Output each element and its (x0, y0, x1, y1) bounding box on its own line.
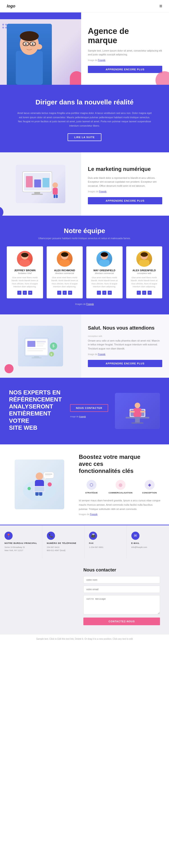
svg-rect-39 (37, 345, 43, 346)
svg-rect-20 (54, 195, 55, 198)
contact-submit-button[interactable]: CONTACTEZ-NOUS (83, 618, 160, 625)
dot (2, 27, 4, 29)
team-avatar-3 (96, 251, 112, 267)
facebook-icon[interactable]: f (17, 291, 22, 295)
linkedin-icon[interactable]: in (147, 291, 152, 295)
feature-label-2: COMMERCIALISATION (109, 492, 132, 494)
feature-item-2: ◎ COMMERCIALISATION (108, 480, 133, 494)
salut-illustration: $ $ (18, 326, 63, 366)
linkedin-icon[interactable]: in (28, 291, 32, 295)
linkedin-icon[interactable]: in (108, 291, 112, 295)
nous-contacter-section: Nous contacter CONTACTEZ-NOUS (0, 558, 169, 634)
contact-block-address: 📍 NOTRE BUREAU PRINCIPAL Some 19 Broadwa… (0, 525, 42, 559)
hero-body-text: Sample text. Lorem ipsum dolor sit amet,… (88, 49, 162, 57)
salut-dot-decoration (4, 364, 13, 373)
nav-menu-icon[interactable]: ≡ (159, 3, 162, 9)
contact-text-email: info@freepik.com (131, 546, 147, 549)
team-socials-1: f y in (17, 291, 32, 295)
twitter-icon[interactable]: y (142, 291, 146, 295)
contact-form-box: Nous contacter CONTACTEZ-NOUS (83, 567, 160, 625)
team-socials-3: f y in (97, 291, 112, 295)
hero-section: Agence de marque Sample text. Lorem ipsu… (0, 12, 169, 85)
svg-rect-43 (32, 358, 41, 358)
dot (2, 24, 4, 26)
facebook-icon[interactable]: f (137, 291, 141, 295)
contact-title-phone: NUMÉRO DE TÉLÉPHONE (47, 542, 77, 544)
svg-point-30 (101, 252, 108, 257)
svg-rect-14 (34, 180, 41, 187)
svg-rect-40 (27, 348, 46, 349)
twitter-icon[interactable]: y (62, 291, 67, 295)
svg-rect-70 (45, 474, 52, 475)
linkedin-icon[interactable]: in (68, 291, 72, 295)
email-icon: ✉ (131, 532, 139, 540)
svg-rect-36 (27, 341, 35, 347)
team-role-1: fondateur /chef (18, 272, 32, 274)
salut-image-left: $ $ (0, 314, 81, 378)
diriger-cta-button[interactable]: LIRE LA SUITE (68, 133, 101, 141)
team-grid: JEFFREY BROWN fondateur /chef Glue amet … (7, 246, 162, 298)
marketing-image-left (0, 152, 81, 216)
svg-rect-32 (139, 260, 150, 267)
feature-item-3: ◆ CONCEPTION (137, 480, 162, 494)
twitter-icon[interactable]: y (102, 291, 107, 295)
svg-rect-38 (37, 343, 45, 344)
svg-rect-63 (35, 487, 44, 491)
hero-title: Agence de marque (88, 26, 162, 45)
hero-pink-decoration (70, 71, 81, 85)
marketing-cta-button[interactable]: APPRENDRE ENCORE PLUS (88, 197, 162, 204)
commercial-icon: ◎ (116, 480, 126, 490)
feature-item-1: ⬡ STRATÉGIE (79, 480, 104, 494)
marketing-illustration (16, 165, 65, 203)
team-desc-4: Glue amet nioel libero morbi blandit. Mo… (129, 276, 160, 288)
hero-image-left (0, 12, 81, 85)
boost-image-left (7, 454, 72, 516)
team-socials-4: f y in (137, 291, 152, 295)
svg-rect-52 (134, 408, 141, 417)
twitter-icon[interactable]: y (23, 291, 27, 295)
cta-contact-button[interactable]: NOUS CONTACTER (70, 404, 108, 412)
team-image-label: Images de Freepik (7, 303, 162, 305)
boost-image-label: Images de Freepik (79, 513, 162, 516)
team-desc-2: Glue amet nioel libero morbi blandit. Mo… (49, 276, 80, 288)
svg-text:$: $ (52, 344, 54, 348)
address-icon: 📍 (4, 532, 13, 540)
salut-section: $ $ Salut. Nous vous attendions concepte… (0, 314, 169, 378)
svg-point-2 (20, 31, 39, 41)
contact-text-fax: 1-234-567-8901 (89, 546, 103, 549)
svg-marker-69 (43, 478, 47, 480)
svg-point-5 (25, 43, 27, 45)
team-name-1: JEFFREY BROWN (14, 269, 36, 272)
hero-circle-decoration (156, 71, 169, 85)
facebook-icon[interactable]: f (57, 291, 61, 295)
strategy-icon: ⬡ (87, 480, 96, 490)
salut-title: Salut. Nous vous attendions (88, 325, 162, 331)
svg-point-51 (135, 403, 140, 408)
salut-cta-button[interactable]: APPRENDRE ENCORE PLUS (88, 360, 162, 367)
team-avatar-1 (17, 251, 33, 267)
svg-rect-54 (140, 411, 145, 412)
cta-illustration (115, 393, 160, 429)
footer: Sample text. Click to Edit this text lin… (0, 634, 169, 643)
contact-form-title: Nous contacter (83, 567, 160, 572)
navbar: logo ≡ (0, 0, 169, 12)
svg-point-6 (32, 43, 33, 45)
contact-email-input[interactable] (83, 586, 160, 593)
contact-block-email: ✉ E-MAIL info@freepik.com (127, 525, 169, 559)
hero-cta-button[interactable]: APPRENDRE ENCORE PLUS (88, 66, 162, 73)
boost-desc: Id semper maus diam hendrerit gravida. I… (79, 498, 162, 511)
footer-text: Sample text. Click to Edit this text lin… (36, 638, 133, 640)
team-role-2: directeur commercial (55, 272, 74, 274)
team-name-4: ALEX GREENFIELD (132, 269, 156, 272)
svg-text:$: $ (50, 353, 52, 356)
contact-name-input[interactable] (83, 576, 160, 583)
contact-title-email: E-MAIL (131, 542, 140, 544)
facebook-icon[interactable]: f (97, 291, 101, 295)
marketing-section: Le marketing numérique Duis ante blanit … (0, 152, 169, 216)
nav-logo[interactable]: logo (7, 4, 15, 8)
team-subtitle: Ullamcorper posuere habitant morbi trist… (7, 237, 162, 240)
salut-content-right: Salut. Nous vous attendions concepteur w… (81, 314, 169, 378)
contact-message-input[interactable] (83, 595, 160, 614)
svg-rect-53 (130, 411, 135, 412)
svg-rect-29 (99, 260, 110, 267)
